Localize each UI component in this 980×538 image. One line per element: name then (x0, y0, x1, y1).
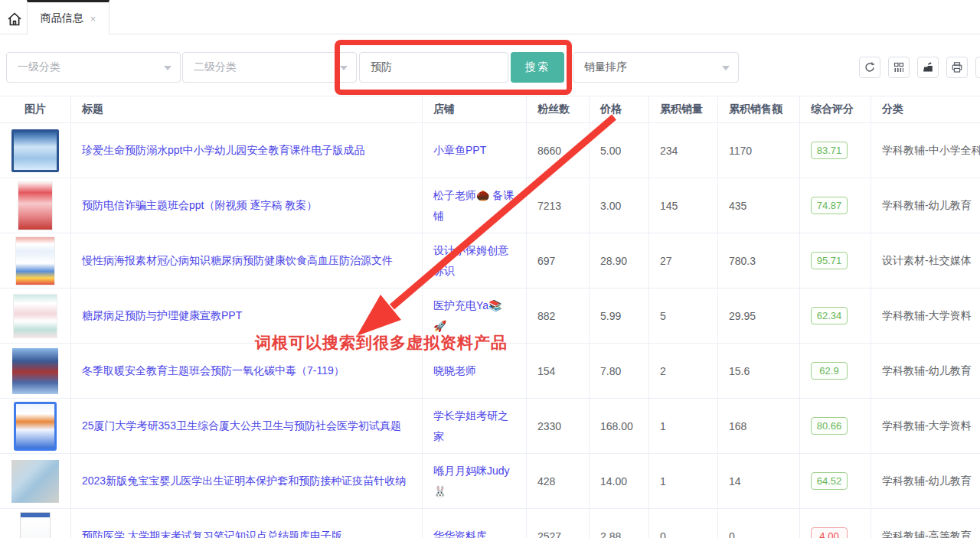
table-header-row: 图片 标题 店铺 粉丝数 价格 累积销量 累积销售额 综合评分 分类 (0, 96, 980, 123)
tab-product-info[interactable]: 商品信息 × (27, 0, 109, 34)
export-icon (922, 61, 934, 73)
tab-close-icon[interactable]: × (90, 13, 96, 24)
search-input-value: 预防 (371, 60, 392, 74)
clipped-toolbar-button[interactable] (975, 57, 980, 78)
sales-count: 1 (649, 454, 718, 508)
shop-link[interactable]: 设计小保姆创意标识 (433, 240, 515, 281)
product-thumbnail[interactable] (11, 129, 59, 172)
sort-select-value: 销量排序 (584, 60, 627, 74)
sort-select[interactable]: 销量排序 (573, 52, 739, 83)
revenue: 29.95 (718, 289, 800, 343)
column-header: 标题 (71, 96, 423, 122)
search-button[interactable]: 搜索 (511, 52, 564, 83)
tab-label: 商品信息 (41, 11, 83, 25)
product-title-link[interactable]: 25厦门大学考研353卫生综合厦大公共卫生与预防社会医学初试真题 (82, 416, 401, 436)
product-title-link[interactable]: 2023新版兔宝宝婴儿医学出生证明本保护套和预防接种证疫苗针收纳 (82, 471, 406, 491)
search-input[interactable]: 预防 (359, 52, 508, 83)
price: 2.88 (590, 509, 649, 538)
category: 学科教辅-高等教育 (871, 509, 980, 538)
product-thumbnail[interactable] (11, 460, 59, 503)
fans-count: 428 (527, 454, 590, 508)
column-header: 综合评分 (800, 96, 871, 122)
revenue: 780.3 (718, 233, 800, 288)
column-header: 价格 (590, 96, 649, 122)
rating-badge: 95.71 (811, 252, 848, 269)
product-title-link[interactable]: 冬季取暖安全教育主题班会预防一氧化碳中毒（7-119） (82, 360, 345, 381)
shop-link[interactable]: 学长学姐考研之家 (433, 406, 515, 446)
sales-count: 5 (649, 289, 718, 343)
shop-link[interactable]: 小章鱼PPT (433, 140, 486, 161)
product-thumbnail[interactable] (20, 512, 51, 538)
sales-count: 27 (649, 233, 718, 288)
product-thumbnail[interactable] (14, 402, 57, 451)
home-icon[interactable] (5, 10, 24, 28)
table-row: 2023新版兔宝宝婴儿医学出生证明本保护套和预防接种证疫苗针收纳 喺月月妈咪Ju… (0, 454, 980, 509)
fans-count: 2330 (527, 399, 590, 453)
table-row: 糖尿病足预防与护理健康宣教PPT 医护充电Ya📚 🚀 882 5.99 5 29… (0, 289, 980, 344)
product-thumbnail[interactable] (15, 236, 55, 285)
rating-badge: 74.87 (811, 197, 848, 214)
fans-count: 8660 (527, 123, 590, 178)
category: 学科教辅-大学资料 (871, 399, 980, 453)
price: 168.00 (590, 399, 649, 453)
table-row: 预防医学 大学期末考试复习笔记知识点总结题库电子版 华华资料库 2527 2.8… (0, 509, 980, 538)
fans-count: 154 (527, 344, 590, 398)
sales-count: 234 (649, 123, 718, 178)
table-row: 慢性病海报素材冠心病知识糖尿病预防健康饮食高血压防治源文件 设计小保姆创意标识 … (0, 233, 980, 289)
level1-category-select[interactable]: 一级分类 (6, 52, 181, 83)
shop-link[interactable]: 华华资料库 (433, 526, 487, 538)
fans-count: 697 (527, 233, 590, 288)
rating-badge: 80.66 (811, 417, 848, 435)
price: 5.99 (590, 289, 649, 343)
rating-badge: 83.71 (811, 142, 848, 159)
price: 7.80 (590, 344, 649, 398)
product-thumbnail[interactable] (12, 348, 58, 394)
revenue: 1170 (718, 123, 800, 178)
revenue: 0 (718, 509, 800, 538)
shop-link[interactable]: 医护充电Ya📚 🚀 (433, 295, 515, 336)
column-settings-button[interactable] (888, 57, 910, 78)
print-icon (951, 61, 963, 73)
level2-category-select[interactable]: 二级分类 (182, 52, 357, 83)
sales-count: 1 (649, 399, 718, 453)
level2-category-placeholder: 二级分类 (194, 60, 237, 74)
chevron-down-icon (164, 66, 172, 70)
revenue: 14 (718, 454, 800, 508)
price: 14.00 (590, 454, 649, 508)
table-row: 珍爱生命预防溺水ppt中小学幼儿园安全教育课件电子版成品 小章鱼PPT 8660… (0, 123, 980, 178)
category: 学科教辅-幼儿教育 (871, 454, 980, 508)
shop-link[interactable]: 晓晓老师 (433, 360, 476, 381)
refresh-button[interactable] (859, 57, 880, 78)
shop-link[interactable]: 松子老师🌰 备课铺 (433, 185, 515, 226)
print-button[interactable] (946, 57, 968, 78)
export-button[interactable] (917, 57, 939, 78)
fans-count: 7213 (527, 178, 590, 233)
category: 学科教辅-幼儿教育 (871, 178, 980, 233)
sales-count: 2 (649, 344, 718, 398)
price: 3.00 (590, 178, 649, 233)
rating-badge: 62.34 (811, 307, 848, 324)
filter-bar: 一级分类 二级分类 预防 搜索 销量排序 (0, 35, 980, 96)
product-title-link[interactable]: 慢性病海报素材冠心病知识糖尿病预防健康饮食高血压防治源文件 (82, 250, 393, 271)
tab-bar: 商品信息 × (0, 0, 980, 34)
table-row: 25厦门大学考研353卫生综合厦大公共卫生与预防社会医学初试真题 学长学姐考研之… (0, 399, 980, 454)
shop-link[interactable]: 喺月月妈咪Judy 🐰 (433, 461, 515, 501)
product-title-link[interactable]: 预防医学 大学期末考试复习笔记知识点总结题库电子版 (82, 526, 342, 538)
column-header: 累积销售额 (718, 96, 800, 122)
sales-count: 145 (649, 178, 718, 233)
column-header: 图片 (0, 96, 71, 122)
product-thumbnail[interactable] (13, 294, 57, 338)
chevron-down-icon (340, 66, 348, 70)
chevron-down-icon (722, 66, 730, 70)
product-thumbnail[interactable] (18, 181, 53, 230)
price: 5.00 (590, 123, 649, 178)
revenue: 15.6 (718, 344, 800, 398)
product-title-link[interactable]: 珍爱生命预防溺水ppt中小学幼儿园安全教育课件电子版成品 (82, 140, 364, 161)
price: 28.90 (590, 233, 649, 288)
sales-count: 0 (649, 509, 718, 538)
product-title-link[interactable]: 预防电信诈骗主题班会ppt（附视频 逐字稿 教案） (82, 195, 317, 216)
rating-badge: 62.9 (811, 362, 848, 380)
table-row: 预防电信诈骗主题班会ppt（附视频 逐字稿 教案） 松子老师🌰 备课铺 7213… (0, 178, 980, 233)
column-header: 店铺 (423, 96, 527, 122)
product-title-link[interactable]: 糖尿病足预防与护理健康宣教PPT (82, 305, 242, 326)
